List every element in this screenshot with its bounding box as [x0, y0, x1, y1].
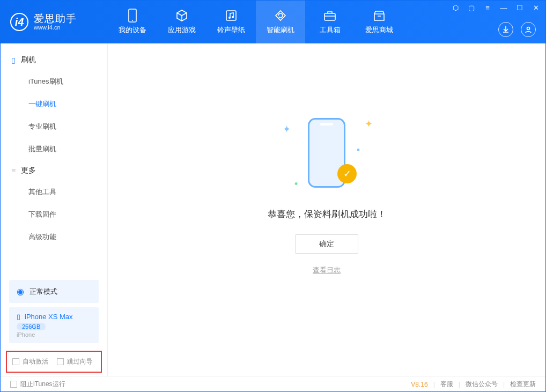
app-logo: i4 爱思助手 www.i4.cn [1, 13, 108, 31]
phone-outline-icon: ▯ [11, 56, 16, 64]
status-link-support[interactable]: 客服 [440, 380, 453, 389]
group-label: 刷机 [21, 55, 36, 65]
sidebar-item-other-tools[interactable]: 其他工具 [1, 181, 107, 203]
device-card[interactable]: ▯ iPhone XS Max 256GB iPhone [9, 307, 99, 343]
close-button[interactable]: ✕ [532, 4, 540, 12]
nav-label: 工具箱 [320, 25, 341, 35]
cube-icon [175, 9, 188, 22]
app-name: 爱思助手 [34, 13, 77, 25]
main-content: ✦ ✦ • • ✓ 恭喜您，保资料刷机成功啦！ 确定 查看日志 [108, 43, 545, 376]
minimize-button[interactable]: — [499, 4, 508, 12]
nav-ringtone-wallpaper[interactable]: 铃声壁纸 [206, 1, 256, 43]
checkbox-block-itunes[interactable]: 阻止iTunes运行 [10, 380, 65, 389]
maximize-button[interactable]: ☐ [515, 4, 524, 12]
device-type: iPhone [17, 331, 91, 338]
device-mode-card[interactable]: ◉ 正常模式 [9, 280, 99, 303]
refresh-icon [274, 9, 287, 22]
music-note-icon [225, 9, 238, 22]
download-button[interactable] [498, 22, 513, 37]
nav-my-device[interactable]: 我的设备 [108, 1, 157, 43]
version-label: V8.16 [411, 381, 427, 388]
sparkle-icon: • [294, 179, 298, 190]
nav-label: 铃声壁纸 [217, 25, 245, 35]
sidebar-group-more: ≡ 更多 [1, 160, 107, 181]
sidebar-item-oneclick-flash[interactable]: 一键刷机 [1, 93, 107, 115]
sidebar-item-batch-flash[interactable]: 批量刷机 [1, 138, 107, 160]
mode-icon: ◉ [17, 286, 24, 297]
app-header: i4 爱思助手 www.i4.cn 我的设备 应用游戏 铃声壁纸 智能刷机 工具… [1, 1, 545, 43]
sidebar-item-pro-flash[interactable]: 专业刷机 [1, 115, 107, 138]
sidebar-item-advanced[interactable]: 高级功能 [1, 226, 107, 248]
toolbox-icon [323, 9, 336, 22]
nav-store[interactable]: 爱思商城 [355, 1, 404, 43]
status-bar: 阻止iTunes运行 V8.16 | 客服 | 微信公众号 | 检查更新 [1, 376, 545, 392]
device-icon: ▯ [17, 313, 20, 321]
sparkle-icon: ✦ [365, 118, 373, 130]
sidebar-item-download-firmware[interactable]: 下载固件 [1, 203, 107, 226]
check-badge-icon: ✓ [337, 164, 357, 183]
checkbox-auto-activate[interactable]: 自动激活 [12, 357, 48, 366]
success-message: 恭喜您，保资料刷机成功啦！ [268, 208, 386, 220]
mode-label: 正常模式 [29, 287, 57, 297]
list-icon: ≡ [11, 166, 16, 175]
nav-label: 应用游戏 [168, 25, 196, 35]
svg-rect-5 [324, 13, 335, 20]
app-body: ▯ 刷机 iTunes刷机 一键刷机 专业刷机 批量刷机 ≡ 更多 其他工具 下… [1, 43, 545, 376]
sparkle-icon: • [357, 145, 360, 156]
sidebar-item-itunes-flash[interactable]: iTunes刷机 [1, 70, 107, 93]
status-link-wechat[interactable]: 微信公众号 [466, 380, 498, 389]
store-icon [373, 9, 386, 22]
status-link-update[interactable]: 检查更新 [510, 380, 536, 389]
svg-rect-2 [226, 11, 236, 20]
nav-label: 我的设备 [119, 25, 146, 35]
checkbox-skip-guide[interactable]: 跳过向导 [57, 357, 93, 366]
header-actions [498, 22, 536, 37]
feedback-icon[interactable]: ▢ [467, 4, 476, 12]
svg-point-1 [132, 20, 133, 21]
view-log-link[interactable]: 查看日志 [313, 265, 341, 275]
menu-icon[interactable]: ≡ [483, 4, 492, 12]
device-name: iPhone XS Max [25, 313, 73, 321]
sparkle-icon: ✦ [283, 123, 291, 135]
sidebar: ▯ 刷机 iTunes刷机 一键刷机 专业刷机 批量刷机 ≡ 更多 其他工具 下… [1, 43, 108, 376]
group-label: 更多 [21, 166, 36, 175]
flash-options-row: 自动激活 跳过向导 [6, 351, 102, 373]
window-controls: ⬡ ▢ ≡ — ☐ ✕ [451, 4, 540, 12]
device-capacity: 256GB [17, 323, 46, 330]
success-illustration: ✦ ✦ • • ✓ [273, 113, 380, 193]
nav-label: 智能刷机 [267, 25, 294, 35]
nav-apps-games[interactable]: 应用游戏 [157, 1, 206, 43]
account-button[interactable] [521, 22, 536, 37]
top-nav: 我的设备 应用游戏 铃声壁纸 智能刷机 工具箱 爱思商城 [108, 1, 404, 43]
svg-point-6 [527, 27, 530, 30]
nav-toolbox[interactable]: 工具箱 [305, 1, 355, 43]
svg-point-3 [228, 17, 231, 19]
device-icon [126, 9, 139, 22]
app-url: www.i4.cn [34, 24, 77, 31]
nav-smart-flash[interactable]: 智能刷机 [256, 1, 305, 43]
ok-button[interactable]: 确定 [295, 234, 358, 254]
logo-icon: i4 [10, 13, 28, 31]
skin-icon[interactable]: ⬡ [451, 4, 460, 12]
svg-point-4 [232, 16, 234, 18]
sidebar-group-flash: ▯ 刷机 [1, 50, 107, 70]
nav-label: 爱思商城 [365, 25, 393, 35]
